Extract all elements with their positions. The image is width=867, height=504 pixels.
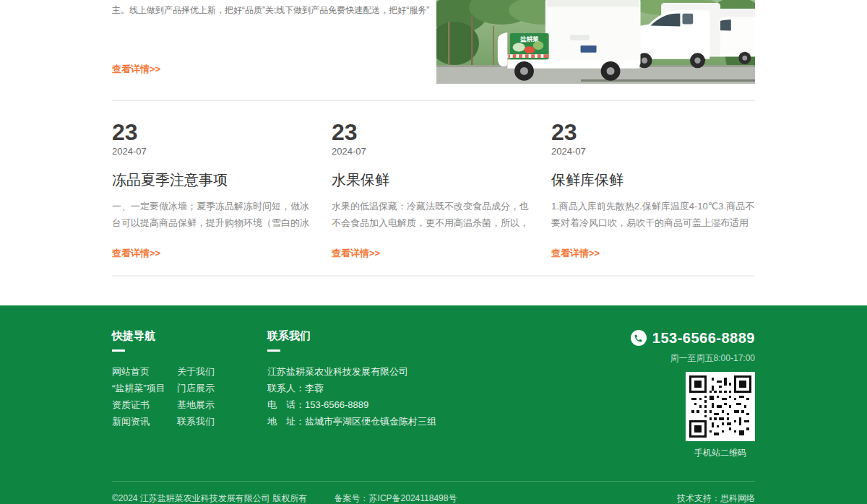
quick-nav-heading: 快捷导航 bbox=[112, 329, 267, 342]
quick-nav-col-2: 关于我们 门店展示 基地展示 联系我们 bbox=[177, 363, 242, 430]
section-divider-bottom bbox=[112, 275, 755, 277]
heading-dash bbox=[267, 349, 280, 352]
intro-detail-link[interactable]: 查看详情>> bbox=[112, 63, 160, 76]
contact-heading: 联系我们 bbox=[267, 329, 600, 342]
van-brand-label: 盐耕菜 bbox=[520, 35, 539, 43]
nav-link-certificates[interactable]: 资质证书 bbox=[112, 396, 177, 413]
quick-nav-columns: 网站首页 “盐耕菜”项目 资质证书 新闻资讯 关于我们 门店展示 基地展示 联系… bbox=[112, 363, 267, 430]
qr-caption: 手机站二维码 bbox=[686, 447, 755, 459]
delivery-vans-photo: 盐耕菜 bbox=[436, 0, 755, 84]
news-date: 2024-07 bbox=[112, 147, 316, 157]
news-detail-link[interactable]: 查看详情>> bbox=[551, 247, 600, 260]
news-title[interactable]: 冻品夏季注意事项 bbox=[112, 171, 316, 188]
news-excerpt: 一、一定要做冰墙；夏季冻品解冻时间短，做冰台可以提高商品保鲜，提升购物环境（雪白… bbox=[112, 198, 316, 231]
news-card[interactable]: 23 2024-07 保鲜库保鲜 1.商品入库前先散热2.保鲜库温度4-10℃3… bbox=[551, 121, 755, 260]
heading-dash bbox=[112, 349, 125, 352]
news-list: 23 2024-07 冻品夏季注意事项 一、一定要做冰墙；夏季冻品解冻时间短，做… bbox=[112, 121, 755, 260]
news-card[interactable]: 23 2024-07 水果保鲜 水果的低温保藏：冷藏法既不改变食品成分，也不会食… bbox=[332, 121, 535, 260]
nav-link-contact[interactable]: 联系我们 bbox=[177, 413, 242, 430]
icp-record[interactable]: 备案号：苏ICP备2024118498号 bbox=[335, 493, 457, 503]
intro-column: 主。线上做到产品择优上新，把好“品质”关;线下做到产品免费快速配送，把好“服务”… bbox=[112, 0, 434, 84]
footer-hotline-block: 153-6566-8889 周一至周五8:00-17:00 手机站二维码 bbox=[600, 329, 755, 459]
hotline-number: 153-6566-8889 bbox=[652, 329, 755, 347]
copyright-block: ©2024 江苏盐耕菜农业科技发展有限公司 版权所有 备案号：苏ICP备2024… bbox=[112, 492, 481, 504]
quick-nav-col-1: 网站首页 “盐耕菜”项目 资质证书 新闻资讯 bbox=[112, 363, 177, 430]
news-card[interactable]: 23 2024-07 冻品夏季注意事项 一、一定要做冰墙；夏季冻品解冻时间短，做… bbox=[112, 121, 316, 260]
footer: 快捷导航 网站首页 “盐耕菜”项目 资质证书 新闻资讯 关于我们 门店展示 基地… bbox=[0, 305, 867, 504]
nav-link-bases[interactable]: 基地展示 bbox=[177, 396, 242, 413]
tech-support[interactable]: 技术支持：思科网络 bbox=[677, 492, 755, 504]
news-day: 23 bbox=[112, 121, 316, 144]
mobile-site-qr-code bbox=[686, 372, 755, 441]
news-detail-link[interactable]: 查看详情>> bbox=[332, 247, 380, 260]
contact-person: 联系人：李蓉 bbox=[267, 380, 600, 396]
contact-phone: 电 话：153-6566-8889 bbox=[267, 396, 600, 413]
news-day: 23 bbox=[551, 121, 755, 144]
nav-link-news[interactable]: 新闻资讯 bbox=[112, 413, 177, 430]
nav-link-project[interactable]: “盐耕菜”项目 bbox=[112, 380, 177, 396]
footer-contact: 联系我们 江苏盐耕菜农业科技发展有限公司 联系人：李蓉 电 话：153-6566… bbox=[267, 329, 600, 459]
contact-company: 江苏盐耕菜农业科技发展有限公司 bbox=[267, 363, 600, 380]
hotline-row: 153-6566-8889 bbox=[600, 329, 755, 347]
nav-link-home[interactable]: 网站首页 bbox=[112, 363, 177, 380]
news-date: 2024-07 bbox=[332, 147, 535, 157]
page: 主。线上做到产品择优上新，把好“品质”关;线下做到产品免费快速配送，把好“服务”… bbox=[0, 0, 867, 504]
nav-link-stores[interactable]: 门店展示 bbox=[177, 380, 242, 396]
intro-text: 主。线上做到产品择优上新，把好“品质”关;线下做到产品免费快速配送，把好“服务” bbox=[112, 3, 434, 18]
business-hours: 周一至周五8:00-17:00 bbox=[600, 352, 755, 365]
phone-icon bbox=[631, 330, 647, 346]
footer-quick-nav: 快捷导航 网站首页 “盐耕菜”项目 资质证书 新闻资讯 关于我们 门店展示 基地… bbox=[112, 329, 267, 459]
news-excerpt: 水果的低温保藏：冷藏法既不改变食品成分，也不会食品加入电解质，更不用高温杀菌，所… bbox=[332, 198, 535, 231]
footer-content: 快捷导航 网站首页 “盐耕菜”项目 资质证书 新闻资讯 关于我们 门店展示 基地… bbox=[112, 305, 755, 459]
news-excerpt: 1.商品入库前先散热2.保鲜库温度4-10℃3.商品不要对着冷风口吹，易吹干的商… bbox=[551, 198, 755, 231]
news-title[interactable]: 保鲜库保鲜 bbox=[551, 171, 755, 188]
news-detail-link[interactable]: 查看详情>> bbox=[112, 247, 160, 260]
delivery-vans-illustration: 盐耕菜 bbox=[436, 0, 755, 84]
intro-section: 主。线上做到产品择优上新，把好“品质”关;线下做到产品免费快速配送，把好“服务”… bbox=[112, 0, 755, 84]
contact-address: 地 址：盐城市亭湖区便仓镇金陈村三组 bbox=[267, 413, 600, 430]
footer-bottom-bar: ©2024 江苏盐耕菜农业科技发展有限公司 版权所有 备案号：苏ICP备2024… bbox=[112, 482, 755, 504]
nav-link-about[interactable]: 关于我们 bbox=[177, 363, 242, 380]
news-date: 2024-07 bbox=[551, 147, 755, 157]
copyright-text: ©2024 江苏盐耕菜农业科技发展有限公司 版权所有 bbox=[112, 493, 307, 503]
news-title[interactable]: 水果保鲜 bbox=[332, 171, 535, 188]
section-divider-top bbox=[112, 100, 755, 101]
news-day: 23 bbox=[332, 121, 535, 144]
